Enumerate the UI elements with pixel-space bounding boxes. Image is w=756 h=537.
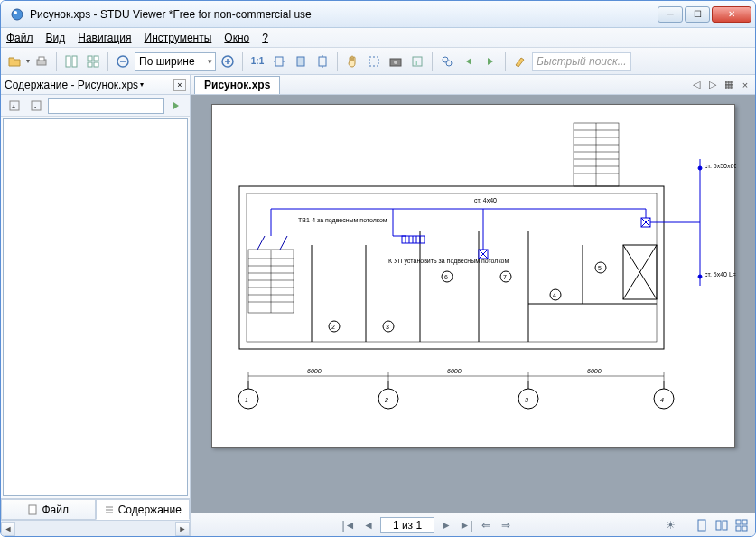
svg-rect-117 (716, 521, 721, 530)
svg-rect-3 (39, 57, 44, 61)
open-button[interactable] (5, 52, 24, 71)
single-page-view-button[interactable] (694, 517, 710, 533)
svg-text:3: 3 (386, 324, 389, 330)
svg-rect-4 (66, 56, 70, 67)
sidebar-close-button[interactable]: × (173, 79, 186, 91)
page-number-input[interactable]: 1 из 1 (380, 517, 434, 533)
scroll-right-icon[interactable]: ► (175, 522, 190, 536)
hand-tool-button[interactable] (342, 52, 362, 71)
sidebar-search-button[interactable] (166, 96, 186, 116)
menu-navigation[interactable]: Навигация (78, 32, 131, 44)
fit-width-button[interactable] (269, 52, 289, 71)
sidebar: Содержание - Рисунок.xps ▾ × + - Файл Со… (1, 75, 191, 536)
tab-prev-icon[interactable]: ◁ (690, 79, 703, 91)
sidebar-hscroll[interactable]: ◄ ► (1, 520, 190, 536)
sidebar-search-input[interactable] (48, 98, 164, 114)
svg-text:3: 3 (525, 397, 528, 403)
svg-text:6000: 6000 (587, 368, 602, 374)
svg-rect-17 (319, 57, 326, 66)
svg-rect-121 (736, 526, 741, 531)
sidebar-tab-contents[interactable]: Содержание (96, 499, 191, 520)
find-prev-button[interactable] (459, 52, 479, 71)
brightness-button[interactable]: ☀ (662, 517, 678, 533)
menu-window[interactable]: Окно (224, 32, 249, 44)
svg-point-105 (654, 389, 674, 409)
svg-rect-9 (94, 62, 98, 67)
sidebar-title: Содержание - Рисунок.xps (5, 79, 138, 91)
svg-point-76 (698, 166, 702, 170)
svg-rect-29 (29, 505, 36, 514)
collapse-all-button[interactable]: - (26, 96, 46, 116)
svg-text:+: + (12, 104, 15, 110)
page-list-button[interactable] (61, 52, 81, 71)
page-nav-bar: |◄ ◄ 1 из 1 ► ►| ⇐ ⇒ ☀ (191, 513, 755, 536)
window-title: Рисунок.xps - STDU Viewer *Free for non-… (30, 8, 658, 21)
svg-text:2: 2 (331, 324, 335, 330)
print-button[interactable] (32, 52, 51, 71)
close-button[interactable]: ✕ (712, 6, 751, 23)
highlight-icon[interactable] (510, 52, 530, 71)
svg-text:ТВ1-4 за подвесным потолком: ТВ1-4 за подвесным потолком (298, 217, 387, 224)
menubar: Файл Вид Навигация Инструменты Окно ? (1, 28, 755, 48)
tab-menu-icon[interactable]: ▦ (723, 79, 735, 91)
menu-help[interactable]: ? (262, 32, 268, 44)
thumbnails-button[interactable] (83, 52, 103, 71)
svg-text:2: 2 (384, 397, 388, 403)
svg-point-0 (12, 9, 23, 20)
minimize-button[interactable]: ─ (658, 6, 683, 23)
menu-file[interactable]: Файл (6, 32, 33, 44)
nav-back-button[interactable]: ⇐ (478, 517, 494, 533)
svg-text:6000: 6000 (307, 368, 322, 374)
svg-text:6: 6 (444, 274, 448, 280)
svg-text:ст. 5х40 L=37м: ст. 5х40 L=37м (705, 271, 736, 278)
actual-size-button[interactable]: 1:1 (247, 52, 267, 71)
svg-rect-120 (742, 520, 747, 524)
prev-page-button[interactable]: ◄ (360, 517, 377, 533)
svg-rect-15 (275, 57, 283, 66)
document-viewport[interactable]: 2 3 6 7 4 5 6000 (191, 95, 755, 513)
svg-text:5: 5 (598, 265, 602, 271)
zoom-out-button[interactable] (113, 52, 133, 71)
first-page-button[interactable]: |◄ (341, 517, 357, 533)
svg-point-101 (378, 389, 398, 409)
tab-close-icon[interactable]: × (739, 79, 751, 91)
fit-page-button[interactable] (291, 52, 311, 71)
maximize-button[interactable]: ☐ (685, 6, 710, 23)
svg-text:7: 7 (503, 274, 507, 280)
select-tool-button[interactable] (364, 52, 384, 71)
sidebar-tree[interactable] (3, 118, 188, 496)
svg-rect-116 (698, 520, 705, 531)
svg-text:1: 1 (245, 397, 248, 403)
menu-tools[interactable]: Инструменты (145, 32, 212, 44)
quick-search-input[interactable]: Быстрый поиск... (532, 52, 631, 71)
fit-height-button[interactable] (313, 52, 332, 71)
continuous-view-button[interactable] (733, 517, 750, 533)
svg-point-103 (518, 389, 538, 409)
titlebar: Рисунок.xps - STDU Viewer *Free for non-… (1, 1, 755, 28)
last-page-button[interactable]: ►| (458, 517, 474, 533)
menu-view[interactable]: Вид (46, 32, 66, 44)
two-page-view-button[interactable] (714, 517, 730, 533)
toolbar: ▾ По ширине 1:1 T Быстрый поиск... (1, 48, 755, 75)
svg-text:К УП установить за подвесным п: К УП установить за подвесным потолком (388, 258, 509, 265)
scroll-left-icon[interactable]: ◄ (1, 522, 15, 536)
text-select-button[interactable]: T (407, 52, 427, 71)
svg-point-20 (394, 61, 397, 64)
next-page-button[interactable]: ► (438, 517, 454, 533)
zoom-in-button[interactable] (218, 52, 238, 71)
svg-point-99 (238, 389, 258, 409)
svg-rect-7 (94, 56, 98, 61)
document-tab[interactable]: Рисунок.xps (194, 76, 280, 94)
find-next-button[interactable] (481, 52, 500, 71)
sidebar-tab-file[interactable]: Файл (1, 499, 96, 520)
tab-next-icon[interactable]: ▷ (706, 79, 719, 91)
svg-text:-: - (34, 103, 37, 109)
nav-forward-button[interactable]: ⇒ (498, 517, 514, 533)
zoom-combo[interactable]: По ширине (135, 52, 216, 71)
svg-rect-119 (736, 520, 741, 524)
expand-all-button[interactable]: + (5, 96, 24, 116)
svg-rect-5 (72, 56, 77, 67)
svg-text:4: 4 (660, 397, 664, 403)
find-button[interactable] (437, 52, 457, 71)
snapshot-button[interactable] (386, 52, 406, 71)
